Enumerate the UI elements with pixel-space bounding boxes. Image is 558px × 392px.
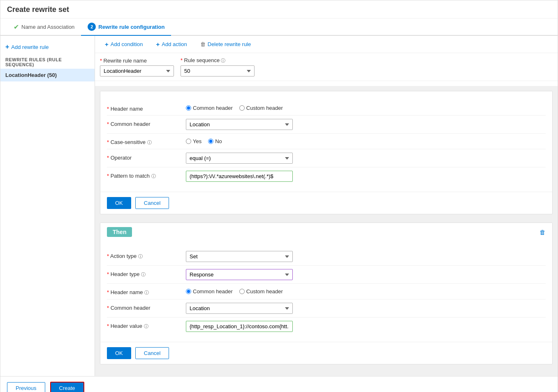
- footer-bar: Previous Create: [0, 376, 558, 392]
- header-value-label: * Header value ⓘ: [107, 321, 181, 329]
- rule-sequence-group: * Rule sequence ⓘ 50: [181, 57, 255, 77]
- yes-radio[interactable]: [186, 139, 191, 144]
- then-header-name-label: * Header name ⓘ: [107, 287, 181, 296]
- then-ok-button[interactable]: OK: [107, 347, 131, 359]
- tab-rule-label: Rewrite rule configuration: [98, 24, 164, 30]
- no-radio[interactable]: [208, 139, 213, 144]
- tab-name-association[interactable]: ✔ Name and Association: [7, 19, 81, 36]
- delete-then-icon[interactable]: 🗑: [539, 229, 546, 236]
- header-name-label: * Header name: [107, 104, 181, 112]
- add-rewrite-rule-button[interactable]: + Add rewrite rule: [0, 40, 95, 54]
- pattern-input[interactable]: [186, 171, 293, 182]
- yes-label: Yes: [193, 138, 201, 144]
- operator-control: equal (=): [186, 153, 546, 164]
- then-header: Then 🗑: [100, 223, 552, 241]
- delete-rewrite-rule-button[interactable]: 🗑 Delete rewrite rule: [197, 39, 255, 49]
- add-condition-button[interactable]: + Add condition: [102, 39, 146, 49]
- main-content: + Add rewrite rule REWRITE RULES (RULE S…: [0, 36, 558, 376]
- no-label: No: [215, 138, 222, 144]
- condition-cancel-button[interactable]: Cancel: [135, 197, 169, 209]
- plus-icon-condition: +: [105, 41, 109, 48]
- then-common-header-control: Location: [186, 303, 546, 314]
- common-header-control: Location: [186, 119, 546, 130]
- required-star5: *: [107, 139, 109, 145]
- custom-header-radio[interactable]: [239, 105, 245, 111]
- action-type-select[interactable]: Set: [186, 251, 293, 262]
- rule-name-group: * Rewrite rule name LocationHeader: [100, 58, 174, 77]
- common-header-label: * Common header: [107, 119, 181, 127]
- common-header-radio-label[interactable]: Common header: [186, 105, 233, 111]
- action-type-label: * Action type ⓘ: [107, 251, 181, 260]
- then-common-header-label: * Common header: [107, 303, 181, 311]
- partial-condition-card: * Header name Common header C: [100, 91, 553, 214]
- operator-select[interactable]: equal (=): [186, 153, 293, 164]
- then-common-header-radio-label[interactable]: Common header: [186, 288, 233, 295]
- plus-icon: +: [5, 43, 9, 51]
- previous-button[interactable]: Previous: [7, 382, 45, 392]
- add-action-label: Add action: [162, 41, 187, 47]
- then-custom-header-radio-label[interactable]: Custom header: [239, 288, 283, 295]
- trash-icon: 🗑: [200, 41, 206, 47]
- header-name-row: * Header name Common header C: [107, 100, 546, 116]
- common-header-radio[interactable]: [186, 105, 191, 111]
- common-header-select[interactable]: Location: [186, 119, 293, 130]
- header-value-row: * Header value ⓘ: [107, 318, 546, 335]
- page-title: Create rewrite set: [0, 0, 558, 19]
- rule-sequence-select[interactable]: 50: [181, 65, 255, 77]
- sidebar-item-location-header[interactable]: LocationHeader (50): [0, 69, 95, 81]
- required-star12: *: [107, 323, 109, 329]
- create-button[interactable]: Create: [50, 382, 84, 392]
- case-sensitive-control: Yes No: [186, 137, 546, 144]
- info-icon-header-type: ⓘ: [141, 272, 146, 277]
- no-radio-label[interactable]: No: [208, 138, 222, 144]
- custom-header-radio-label[interactable]: Custom header: [239, 105, 283, 111]
- rule-name-select[interactable]: LocationHeader: [100, 65, 174, 77]
- add-condition-label: Add condition: [111, 41, 143, 47]
- action-type-row: * Action type ⓘ Set: [107, 248, 546, 266]
- required-star2: *: [181, 57, 183, 63]
- required-star4: *: [107, 121, 109, 127]
- condition-ok-button[interactable]: OK: [107, 197, 131, 209]
- yes-radio-label[interactable]: Yes: [186, 138, 201, 144]
- rule-sequence-label: * Rule sequence ⓘ: [181, 57, 255, 64]
- then-section: * Action type ⓘ Set: [100, 241, 552, 342]
- operator-label: * Operator: [107, 153, 181, 161]
- then-badge: Then: [107, 227, 132, 237]
- header-name-control: Common header Custom header: [186, 104, 546, 111]
- sidebar-item-label: LocationHeader (50): [5, 72, 57, 78]
- pattern-label: * Pattern to match ⓘ: [107, 171, 181, 179]
- rule-name-label: * Rewrite rule name: [100, 58, 174, 64]
- header-value-input[interactable]: [186, 321, 293, 332]
- required-star9: *: [107, 271, 109, 277]
- then-header-name-row: * Header name ⓘ Common header: [107, 284, 546, 299]
- pattern-row: * Pattern to match ⓘ: [107, 167, 546, 185]
- spacer1: [100, 218, 553, 223]
- rule-name-row: * Rewrite rule name LocationHeader * Rul…: [95, 53, 558, 81]
- check-icon: ✔: [14, 23, 19, 31]
- header-type-select[interactable]: Response: [186, 269, 293, 280]
- add-action-button[interactable]: + Add action: [153, 39, 190, 49]
- operator-row: * Operator equal (=): [107, 149, 546, 167]
- content-right: + Add condition + Add action 🗑 Delete re…: [95, 36, 558, 376]
- required-star3: *: [107, 106, 109, 112]
- header-type-label: * Header type ⓘ: [107, 269, 181, 278]
- then-cancel-button[interactable]: Cancel: [135, 347, 169, 359]
- condition-card-actions: OK Cancel: [100, 192, 552, 214]
- plus-icon-action: +: [156, 41, 160, 48]
- sidebar-section-title: REWRITE RULES (RULE SEQUENCE): [0, 54, 95, 69]
- required-star10: *: [107, 289, 109, 295]
- then-common-header-select[interactable]: Location: [186, 303, 293, 314]
- delete-rule-label: Delete rewrite rule: [208, 41, 251, 47]
- then-common-header-radio[interactable]: [186, 289, 191, 294]
- tab-rewrite-rule[interactable]: 2 Rewrite rule configuration: [81, 19, 171, 36]
- required-star8: *: [107, 253, 109, 259]
- action-type-control: Set: [186, 251, 546, 262]
- sidebar: + Add rewrite rule REWRITE RULES (RULE S…: [0, 36, 95, 376]
- info-icon-then-hname: ⓘ: [144, 290, 149, 295]
- then-custom-label: Custom header: [246, 288, 283, 295]
- required-star: *: [100, 58, 102, 64]
- then-common-header-row: * Common header Location: [107, 299, 546, 318]
- common-header-radio-text: Common header: [193, 105, 233, 111]
- then-custom-header-radio[interactable]: [239, 289, 245, 294]
- info-icon-case: ⓘ: [147, 140, 152, 145]
